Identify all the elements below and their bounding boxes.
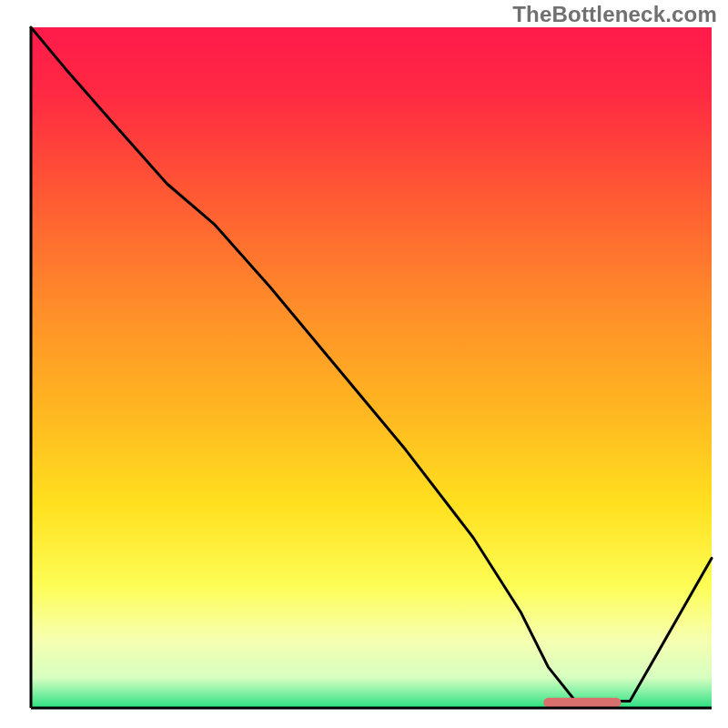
plot-background xyxy=(31,27,712,708)
bottleneck-chart xyxy=(0,0,728,728)
watermark-text: TheBottleneck.com xyxy=(512,2,717,27)
chart-frame: TheBottleneck.com xyxy=(0,0,728,728)
